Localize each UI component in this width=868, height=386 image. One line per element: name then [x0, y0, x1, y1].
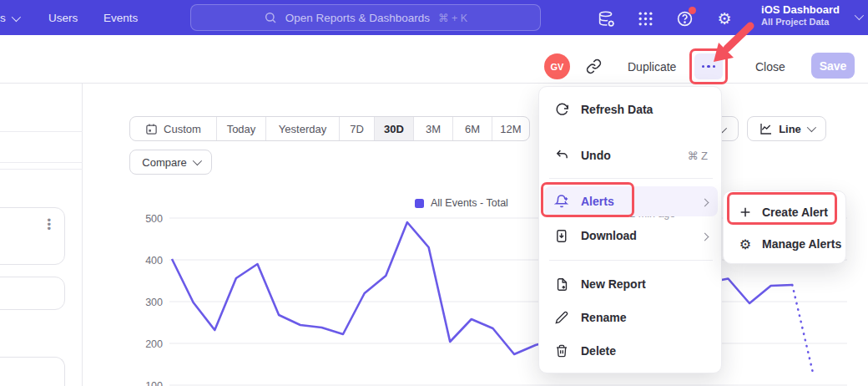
apps-grid-icon[interactable]	[635, 8, 655, 28]
global-search-input[interactable]: Open Reports & Dashboards ⌘ + K	[190, 4, 541, 31]
menu-item-label: Delete	[581, 344, 616, 358]
search-shortcut: ⌘ + K	[438, 12, 467, 24]
submenu-item-create-alert[interactable]: Create Alert	[729, 198, 842, 226]
alert-card[interactable]	[0, 357, 65, 386]
trash-icon	[553, 344, 571, 358]
project-selector[interactable]: iOS Dashboard All Project Data	[761, 3, 840, 27]
menu-item-undo[interactable]: Undo ⌘ Z	[544, 140, 718, 170]
range-today[interactable]: Today	[217, 117, 266, 140]
submenu-chevron-icon	[701, 198, 709, 206]
chevron-down-icon	[12, 13, 21, 22]
notification-dot	[689, 7, 696, 14]
range-label: 30D	[384, 123, 404, 135]
menu-item-label: Refresh Data	[581, 103, 653, 116]
menu-item-shortcut: ⌘ Z	[687, 150, 708, 162]
submenu-item-label: Manage Alerts	[762, 237, 841, 251]
sidebar-divider	[0, 162, 83, 163]
range-label: Yesterday	[279, 123, 326, 135]
download-icon	[553, 229, 571, 243]
avatar[interactable]: GV	[544, 53, 570, 79]
nav-item-users[interactable]: Users	[48, 12, 78, 24]
range-custom[interactable]: Custom	[130, 117, 217, 140]
line-chart-icon	[760, 122, 773, 135]
nav-item-events[interactable]: Events	[103, 12, 138, 24]
menu-item-rename[interactable]: Rename	[544, 302, 718, 333]
sidebar-divider	[0, 169, 83, 170]
svg-text:200: 200	[145, 338, 163, 350]
range-30d-selected[interactable]: 30D	[375, 117, 414, 140]
submenu-chevron-icon	[701, 232, 709, 241]
range-label: 3M	[426, 123, 441, 135]
nav-item-partial[interactable]: s	[0, 12, 18, 24]
refresh-icon	[553, 103, 571, 117]
pencil-icon	[553, 311, 571, 324]
menu-divider	[549, 178, 713, 179]
range-label: 6M	[465, 123, 480, 135]
copy-link-icon[interactable]	[586, 58, 602, 78]
compare-button[interactable]: Compare	[129, 150, 212, 175]
alert-card[interactable]	[0, 277, 65, 310]
kebab-menu-icon[interactable]: •••	[47, 218, 51, 231]
svg-text:100: 100	[145, 380, 163, 386]
more-options-menu: Refresh Data Data from 1 min ago Undo ⌘ …	[538, 86, 722, 373]
range-label: Today	[227, 123, 256, 135]
chart-type-button[interactable]: Line	[747, 116, 826, 141]
calendar-icon	[145, 123, 158, 135]
range-7d[interactable]: 7D	[340, 117, 375, 140]
sidebar-divider	[0, 131, 83, 132]
bell-plus-icon	[553, 194, 571, 209]
gear-icon: ⚙	[737, 236, 754, 252]
save-button[interactable]: Save	[811, 53, 855, 79]
menu-item-alerts[interactable]: Alerts	[544, 186, 718, 216]
chevron-down-icon	[807, 123, 816, 132]
alert-card[interactable]: •••	[0, 207, 65, 265]
menu-divider	[549, 260, 713, 261]
data-management-icon[interactable]	[596, 8, 616, 28]
chart-type-label: Line	[779, 123, 801, 135]
legend-swatch	[415, 199, 424, 208]
compare-label: Compare	[142, 156, 186, 169]
menu-item-label: Rename	[581, 311, 626, 324]
submenu-item-label: Create Alert	[762, 206, 828, 219]
project-chevron-down-icon	[855, 11, 864, 20]
project-subtitle: All Project Data	[761, 17, 840, 27]
new-report-icon	[553, 277, 571, 292]
report-header	[0, 35, 868, 84]
menu-item-refresh-data[interactable]: Refresh Data	[544, 94, 718, 124]
svg-text:300: 300	[145, 297, 163, 308]
date-range-selector: Custom Today Yesterday 7D 30D 3M 6M 12M	[129, 116, 530, 141]
duplicate-button[interactable]: Duplicate	[628, 60, 676, 74]
menu-item-new-report[interactable]: New Report	[544, 269, 718, 299]
menu-item-label: New Report	[581, 277, 646, 291]
settings-gear-icon[interactable]: ⚙	[714, 8, 734, 28]
top-nav-bar: s Users Events Open Reports & Dashboards…	[0, 0, 868, 35]
alerts-submenu: Create Alert ⚙ Manage Alerts	[723, 190, 846, 264]
plus-icon	[737, 206, 754, 219]
menu-item-download[interactable]: Download	[544, 221, 718, 251]
range-yesterday[interactable]: Yesterday	[266, 117, 340, 140]
legend-label: All Events - Total	[431, 197, 508, 209]
close-button[interactable]: Close	[755, 60, 785, 74]
search-icon	[264, 11, 277, 24]
range-12m[interactable]: 12M	[492, 117, 529, 140]
menu-item-label: Alerts	[581, 195, 614, 208]
help-icon[interactable]	[674, 8, 694, 28]
chart-legend: All Events - Total	[415, 197, 508, 209]
svg-text:500: 500	[145, 213, 163, 225]
undo-icon	[553, 149, 571, 163]
search-placeholder: Open Reports & Dashboards	[285, 12, 430, 24]
more-options-button[interactable]	[694, 53, 723, 79]
range-label: 7D	[350, 123, 364, 135]
svg-text:400: 400	[145, 255, 163, 267]
menu-item-label: Undo	[581, 149, 611, 162]
chevron-down-icon	[192, 156, 201, 165]
range-label: Custom	[164, 123, 201, 135]
alerts-sidebar: •••	[0, 84, 83, 386]
menu-item-delete[interactable]: Delete	[544, 336, 718, 366]
range-6m[interactable]: 6M	[453, 117, 492, 140]
project-title: iOS Dashboard	[761, 3, 840, 16]
range-3m[interactable]: 3M	[414, 117, 453, 140]
menu-item-label: Download	[581, 229, 637, 242]
submenu-item-manage-alerts[interactable]: ⚙ Manage Alerts	[729, 230, 842, 258]
range-label: 12M	[500, 123, 521, 135]
